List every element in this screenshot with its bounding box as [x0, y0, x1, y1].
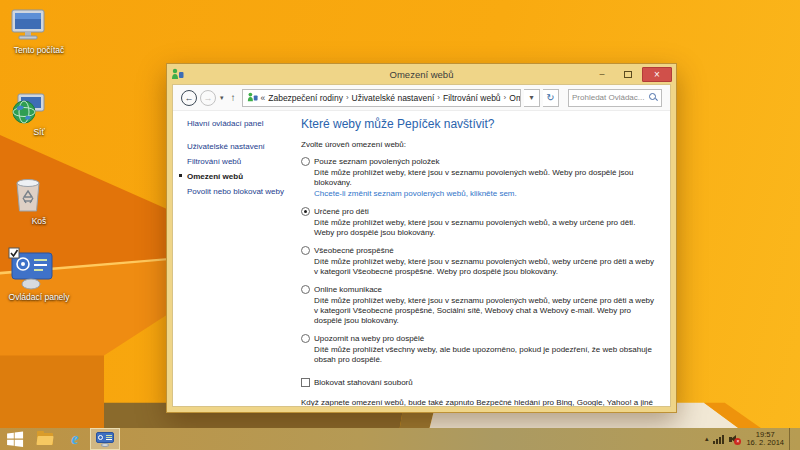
back-button[interactable]: ←	[181, 90, 197, 106]
desktop-icons: Tento počítač Síť	[8, 8, 70, 316]
mute-badge: ×	[734, 438, 741, 445]
checkbox-label[interactable]: Blokovat stahování souborů	[314, 378, 413, 387]
start-button[interactable]	[0, 428, 30, 450]
option-description: Dítě může prohlížet weby, které jsou v s…	[314, 218, 656, 238]
recycle-bin-icon	[8, 173, 70, 215]
navigation-bar: ← → ▾ ↑ « Zabezpečení rodiny › Uži	[173, 85, 670, 111]
history-dropdown-icon[interactable]: ▾	[219, 94, 225, 102]
option-general-interest: Všeobecné prospěšné Dítě může prohlížet …	[301, 246, 656, 277]
desktop-icon-control-panel[interactable]: Ovládací panely	[8, 247, 70, 303]
option-online-communication: Online komunikace Dítě může prohlížet we…	[301, 285, 656, 326]
network-globe-icon	[8, 90, 70, 126]
desktop-icon-this-pc[interactable]: Tento počítač	[8, 8, 70, 56]
file-explorer-button[interactable]	[30, 428, 60, 450]
breadcrumb-item[interactable]: Zabezpečení rodiny	[268, 93, 343, 103]
breadcrumb-item[interactable]: Uživatelské nastavení	[352, 93, 435, 103]
folder-icon	[37, 433, 53, 445]
up-button[interactable]: ↑	[228, 92, 239, 103]
desktop: Tento počítač Síť	[0, 0, 800, 450]
option-label[interactable]: Upozornit na weby pro dospělé	[314, 334, 424, 343]
option-label[interactable]: Pouze seznam povolených položek	[314, 157, 439, 166]
subheading: Zvolte úroveň omezení webů:	[301, 140, 656, 149]
edit-allow-list-link[interactable]: Chcete-li změnit seznam povolených webů,…	[314, 189, 656, 199]
option-designed-for-children: Určené pro děti Dítě může prohlížet weby…	[301, 207, 656, 238]
option-label[interactable]: Všeobecné prospěšné	[314, 246, 394, 255]
option-warn-adult: Upozornit na weby pro dospělé Dítě může …	[301, 334, 656, 365]
sidebar-item-web-filtering[interactable]: Filtrování webů	[187, 157, 291, 166]
internet-explorer-button[interactable]: e	[60, 428, 90, 450]
taskbar: e ▴ × 19:57 16. 2. 2014	[0, 428, 800, 450]
control-panel-taskbar-button[interactable]	[90, 428, 120, 450]
computer-icon	[8, 8, 70, 44]
control-panel-window: Omezení webů – × ← → ▾ ↑	[166, 63, 677, 413]
desktop-icon-label: Tento počítač	[8, 46, 70, 56]
forward-button[interactable]: →	[200, 90, 216, 106]
search-placeholder: Prohledat Ovládac...	[572, 93, 649, 102]
radio-button[interactable]	[301, 157, 310, 166]
maximize-icon	[624, 71, 632, 78]
option-label[interactable]: Online komunikace	[314, 285, 382, 294]
chevron-right-icon: ›	[346, 93, 349, 102]
content-area: Hlavní ovládací panel Uživatelské nastav…	[173, 111, 670, 406]
sidebar-item-user-settings[interactable]: Uživatelské nastavení	[187, 142, 291, 151]
radio-button[interactable]	[301, 246, 310, 255]
network-signal-icon[interactable]	[713, 434, 724, 444]
clock-date: 16. 2. 2014	[746, 439, 784, 448]
breadcrumb-item[interactable]: Filtrování webů	[443, 93, 501, 103]
breadcrumb[interactable]: « Zabezpečení rodiny › Uživatelské nasta…	[242, 89, 521, 107]
desktop-icon-label: Koš	[8, 217, 70, 227]
system-tray: ▴ × 19:57 16. 2. 2014	[705, 428, 800, 450]
option-allow-list-only: Pouze seznam povolených položek Dítě můž…	[301, 157, 656, 199]
option-description: Dítě může prohlížet všechny weby, ale bu…	[314, 345, 656, 365]
desktop-icon-network[interactable]: Síť	[8, 90, 70, 138]
breadcrumb-overflow[interactable]: «	[261, 93, 266, 103]
search-input[interactable]: Prohledat Ovládac...	[568, 89, 662, 107]
titlebar[interactable]: Omezení webů – ×	[167, 64, 676, 84]
radio-button[interactable]	[301, 207, 310, 216]
breadcrumb-item[interactable]: Omezení webů	[509, 93, 521, 103]
option-description: Dítě může prohlížet weby, které jsou v s…	[314, 296, 656, 326]
windows-logo-icon	[7, 431, 24, 447]
sidebar-item-allow-block[interactable]: Povolit nebo blokovat weby	[187, 187, 291, 196]
desktop-icon-recycle-bin[interactable]: Koš	[8, 173, 70, 227]
control-panel-icon	[96, 432, 114, 447]
tray-overflow-icon[interactable]: ▴	[705, 435, 709, 443]
radio-button[interactable]	[301, 334, 310, 343]
option-description: Dítě může prohlížet weby, které jsou v s…	[314, 257, 656, 277]
active-item-bullet	[179, 174, 182, 177]
volume-muted-icon[interactable]: ×	[729, 434, 741, 445]
sidebar-item-home[interactable]: Hlavní ovládací panel	[187, 119, 291, 128]
taskbar-clock[interactable]: 19:57 16. 2. 2014	[746, 431, 784, 448]
minimize-button[interactable]: –	[590, 67, 614, 81]
sidebar: Hlavní ovládací panel Uživatelské nastav…	[173, 111, 291, 406]
option-description: Dítě může prohlížet weby, které jsou v s…	[314, 168, 656, 188]
option-label[interactable]: Určené pro děti	[314, 207, 369, 216]
chevron-right-icon: ›	[437, 93, 440, 102]
desktop-icon-label: Ovládací panely	[8, 293, 70, 303]
close-button[interactable]: ×	[642, 67, 672, 82]
search-icon	[649, 93, 658, 102]
show-desktop-button[interactable]	[789, 428, 794, 450]
sidebar-item-web-restrictions[interactable]: Omezení webů	[187, 172, 291, 181]
safe-search-note: Když zapnete omezení webů, bude také zap…	[301, 398, 656, 406]
block-downloads-checkbox[interactable]	[301, 378, 310, 387]
control-panel-icon	[8, 247, 70, 291]
main-panel: Které weby může Pepíček navštívit? Zvolt…	[291, 111, 670, 406]
chevron-right-icon: ›	[504, 93, 507, 102]
family-safety-icon	[247, 92, 258, 103]
refresh-button[interactable]: ↻	[543, 89, 559, 107]
window-body: ← → ▾ ↑ « Zabezpečení rodiny › Uži	[172, 84, 671, 407]
radio-button[interactable]	[301, 285, 310, 294]
page-title: Které weby může Pepíček navštívit?	[301, 117, 656, 131]
address-dropdown-button[interactable]: ▾	[524, 89, 540, 107]
maximize-button[interactable]	[616, 67, 640, 81]
block-downloads-row: Blokovat stahování souborů	[301, 378, 656, 387]
desktop-icon-label: Síť	[8, 128, 70, 138]
internet-explorer-icon: e	[71, 431, 78, 447]
